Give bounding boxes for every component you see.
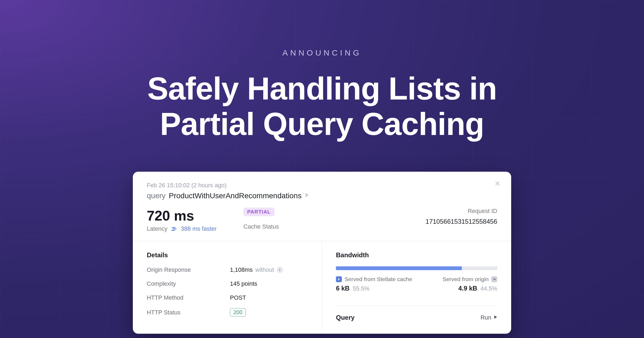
- bandwidth-origin-label: Served from origin: [442, 276, 497, 282]
- faster-icon: [171, 226, 177, 231]
- bandwidth-column: Bandwidth Served from Stellate cache 6 k…: [322, 241, 511, 334]
- bandwidth-cached-value: 6 kB: [336, 285, 350, 292]
- chevron-right-icon: [305, 192, 309, 200]
- detail-label: HTTP Status: [147, 309, 230, 316]
- query-title: Query: [336, 314, 354, 321]
- detail-row-http-method: HTTP Method POST: [147, 294, 308, 301]
- latency-value: 720 ms: [147, 208, 217, 224]
- query-prefix: query: [147, 192, 166, 200]
- bandwidth-bar-filled: [336, 266, 462, 270]
- latency-block: 720 ms Latency 388 ms faster: [147, 208, 217, 232]
- bandwidth-bar: [336, 266, 497, 270]
- bandwidth-origin-value: 4.9 kB: [458, 285, 477, 292]
- run-button[interactable]: Run: [481, 314, 497, 321]
- cache-block: PARTIAL Cache Status: [243, 208, 279, 230]
- detail-value-text: 1,108ms: [230, 266, 253, 273]
- bandwidth-origin-label-text: Served from origin: [442, 276, 489, 282]
- detail-label: Origin Response: [147, 266, 230, 273]
- bolt-icon: [277, 267, 283, 273]
- detail-suffix: without: [255, 266, 274, 273]
- stats-row: 720 ms Latency 388 ms faster PARTIAL Cac…: [147, 208, 497, 232]
- detail-row-http-status: HTTP Status 200: [147, 308, 308, 317]
- detail-label: Complexity: [147, 280, 230, 287]
- query-breadcrumb[interactable]: query ProductWithUserAndRecommendations: [147, 192, 497, 200]
- detail-row-origin-response: Origin Response 1,108ms without: [147, 266, 308, 273]
- query-section: Query Run: [336, 306, 497, 321]
- title-line-2: Partial Query Caching: [160, 106, 484, 142]
- cache-bolt-icon: [336, 276, 342, 282]
- request-detail-card: Feb 26 15:10:02 (2 hours ago) query Prod…: [133, 172, 511, 334]
- bandwidth-origin-pct: 44.5%: [481, 285, 497, 292]
- kicker: ANNOUNCING: [0, 48, 644, 57]
- bandwidth-title: Bandwidth: [336, 251, 497, 259]
- svg-rect-3: [173, 229, 177, 229]
- detail-value: 145 points: [230, 280, 257, 287]
- page-title: Safely Handling Lists in Partial Query C…: [0, 71, 644, 142]
- latency-label: Latency: [147, 225, 167, 232]
- bandwidth-cached-label: Served from Stellate cache: [336, 276, 412, 282]
- card-header: Feb 26 15:10:02 (2 hours ago) query Prod…: [133, 172, 511, 241]
- query-name: ProductWithUserAndRecommendations: [169, 192, 302, 200]
- card-body: Details Origin Response 1,108ms without …: [133, 241, 511, 334]
- bandwidth-cached-pct: 55.5%: [353, 285, 369, 292]
- bandwidth-cached-values: 6 kB 55.5%: [336, 285, 412, 292]
- bandwidth-origin: Served from origin 4.9 kB 44.5%: [442, 276, 497, 292]
- play-icon: [494, 315, 497, 320]
- origin-arrow-icon: [491, 276, 497, 282]
- cache-status-badge: PARTIAL: [243, 208, 275, 216]
- bandwidth-cached: Served from Stellate cache 6 kB 55.5%: [336, 276, 412, 292]
- details-title: Details: [147, 251, 308, 259]
- detail-value: 1,108ms without: [230, 266, 283, 273]
- latency-sub: Latency 388 ms faster: [147, 225, 217, 232]
- detail-row-complexity: Complexity 145 points: [147, 280, 308, 287]
- status-badge: 200: [230, 308, 246, 317]
- run-button-label: Run: [481, 314, 491, 321]
- hero: ANNOUNCING Safely Handling Lists in Part…: [0, 0, 644, 142]
- detail-value: POST: [230, 294, 246, 301]
- title-line-1: Safely Handling Lists in: [147, 71, 497, 106]
- bandwidth-row: Served from Stellate cache 6 kB 55.5% Se…: [336, 276, 497, 292]
- svg-rect-2: [172, 227, 175, 228]
- svg-rect-4: [171, 230, 175, 231]
- detail-label: HTTP Method: [147, 294, 230, 301]
- cache-status-label: Cache Status: [243, 223, 279, 230]
- bandwidth-cached-label-text: Served from Stellate cache: [345, 276, 412, 282]
- detail-value: 200: [230, 308, 246, 317]
- latency-faster: 388 ms faster: [181, 225, 217, 232]
- timestamp: Feb 26 15:10:02 (2 hours ago): [147, 182, 497, 189]
- request-id-label: Request ID: [426, 208, 497, 215]
- request-id-block: Request ID 17105661531512558456: [426, 208, 497, 225]
- bandwidth-origin-values: 4.9 kB 44.5%: [458, 285, 497, 292]
- details-column: Details Origin Response 1,108ms without …: [133, 241, 322, 334]
- request-id-value: 17105661531512558456: [426, 218, 497, 225]
